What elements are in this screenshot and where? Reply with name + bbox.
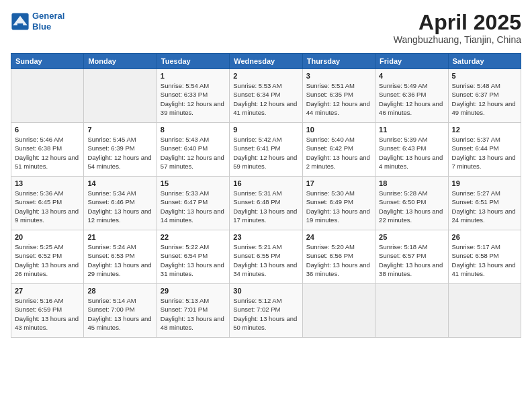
- day-info: Sunrise: 5:22 AM Sunset: 6:54 PM Dayligh…: [161, 242, 226, 278]
- calendar-cell: 16Sunrise: 5:31 AM Sunset: 6:48 PM Dayli…: [230, 177, 302, 230]
- header-row: Sunday Monday Tuesday Wednesday Thursday…: [11, 54, 521, 69]
- day-number: 18: [379, 179, 444, 187]
- day-info: Sunrise: 5:42 AM Sunset: 6:41 PM Dayligh…: [233, 135, 298, 171]
- header-friday: Friday: [375, 54, 448, 69]
- day-info: Sunrise: 5:48 AM Sunset: 6:37 PM Dayligh…: [452, 81, 517, 117]
- calendar-row-4: 27Sunrise: 5:16 AM Sunset: 6:59 PM Dayli…: [11, 284, 521, 338]
- day-info: Sunrise: 5:51 AM Sunset: 6:35 PM Dayligh…: [306, 81, 371, 117]
- day-number: 28: [87, 287, 152, 295]
- day-number: 3: [306, 72, 371, 80]
- calendar-cell: 29Sunrise: 5:13 AM Sunset: 7:01 PM Dayli…: [157, 284, 229, 338]
- calendar-header: Sunday Monday Tuesday Wednesday Thursday…: [11, 54, 521, 69]
- svg-rect-2: [17, 23, 23, 27]
- calendar-row-0: 1Sunrise: 5:54 AM Sunset: 6:33 PM Daylig…: [11, 69, 521, 123]
- day-info: Sunrise: 5:25 AM Sunset: 6:52 PM Dayligh…: [15, 242, 80, 278]
- day-info: Sunrise: 5:49 AM Sunset: 6:36 PM Dayligh…: [379, 81, 444, 117]
- calendar-cell: 10Sunrise: 5:40 AM Sunset: 6:42 PM Dayli…: [302, 123, 375, 177]
- day-number: 11: [379, 126, 444, 134]
- day-number: 23: [233, 233, 298, 241]
- day-info: Sunrise: 5:13 AM Sunset: 7:01 PM Dayligh…: [161, 296, 226, 332]
- day-number: 1: [161, 72, 226, 80]
- header-monday: Monday: [84, 54, 157, 69]
- calendar-cell: 15Sunrise: 5:33 AM Sunset: 6:47 PM Dayli…: [157, 177, 229, 230]
- day-number: 17: [306, 179, 371, 187]
- day-info: Sunrise: 5:31 AM Sunset: 6:48 PM Dayligh…: [233, 189, 298, 224]
- day-number: 29: [161, 287, 226, 295]
- day-info: Sunrise: 5:12 AM Sunset: 7:02 PM Dayligh…: [233, 296, 298, 332]
- calendar-cell: 5Sunrise: 5:48 AM Sunset: 6:37 PM Daylig…: [448, 69, 521, 123]
- day-info: Sunrise: 5:17 AM Sunset: 6:58 PM Dayligh…: [452, 242, 517, 278]
- day-number: 16: [233, 179, 298, 187]
- day-number: 12: [452, 126, 517, 134]
- calendar-cell: 24Sunrise: 5:20 AM Sunset: 6:56 PM Dayli…: [302, 230, 375, 284]
- day-number: 27: [15, 287, 80, 295]
- calendar-cell: 1Sunrise: 5:54 AM Sunset: 6:33 PM Daylig…: [157, 69, 229, 123]
- location: Wangbuzhuang, Tianjin, China: [394, 34, 521, 45]
- calendar-cell: [11, 69, 84, 123]
- logo-line2: Blue: [32, 21, 51, 32]
- calendar-cell: 11Sunrise: 5:39 AM Sunset: 6:43 PM Dayli…: [375, 123, 448, 177]
- calendar-cell: 12Sunrise: 5:37 AM Sunset: 6:44 PM Dayli…: [448, 123, 521, 177]
- day-number: 8: [161, 126, 226, 134]
- day-info: Sunrise: 5:21 AM Sunset: 6:55 PM Dayligh…: [233, 242, 298, 278]
- day-number: 13: [15, 179, 80, 187]
- calendar-cell: 19Sunrise: 5:27 AM Sunset: 6:51 PM Dayli…: [448, 177, 521, 230]
- logo-icon: [11, 12, 30, 31]
- day-number: 24: [306, 233, 371, 241]
- calendar-row-2: 13Sunrise: 5:36 AM Sunset: 6:45 PM Dayli…: [11, 177, 521, 230]
- day-number: 14: [87, 179, 152, 187]
- day-number: 10: [306, 126, 371, 134]
- logo-text: General Blue: [32, 11, 64, 32]
- day-info: Sunrise: 5:46 AM Sunset: 6:38 PM Dayligh…: [15, 135, 80, 171]
- header-thursday: Thursday: [302, 54, 375, 69]
- calendar-cell: [375, 284, 448, 338]
- calendar-cell: [84, 69, 157, 123]
- calendar-cell: 17Sunrise: 5:30 AM Sunset: 6:49 PM Dayli…: [302, 177, 375, 230]
- day-number: 22: [161, 233, 226, 241]
- day-info: Sunrise: 5:28 AM Sunset: 6:50 PM Dayligh…: [379, 189, 444, 224]
- calendar-row-1: 6Sunrise: 5:46 AM Sunset: 6:38 PM Daylig…: [11, 123, 521, 177]
- day-info: Sunrise: 5:39 AM Sunset: 6:43 PM Dayligh…: [379, 135, 444, 171]
- day-number: 2: [233, 72, 298, 80]
- calendar-cell: 3Sunrise: 5:51 AM Sunset: 6:35 PM Daylig…: [302, 69, 375, 123]
- day-info: Sunrise: 5:18 AM Sunset: 6:57 PM Dayligh…: [379, 242, 444, 278]
- day-info: Sunrise: 5:40 AM Sunset: 6:42 PM Dayligh…: [306, 135, 371, 171]
- month-title: April 2025: [394, 11, 521, 34]
- calendar-cell: [448, 284, 521, 338]
- calendar-cell: 4Sunrise: 5:49 AM Sunset: 6:36 PM Daylig…: [375, 69, 448, 123]
- calendar-cell: 23Sunrise: 5:21 AM Sunset: 6:55 PM Dayli…: [230, 230, 302, 284]
- page-header: General Blue April 2025 Wangbuzhuang, Ti…: [11, 11, 521, 45]
- day-number: 30: [233, 287, 298, 295]
- calendar-cell: 14Sunrise: 5:34 AM Sunset: 6:46 PM Dayli…: [84, 177, 157, 230]
- day-info: Sunrise: 5:54 AM Sunset: 6:33 PM Dayligh…: [161, 81, 226, 117]
- day-number: 15: [161, 179, 226, 187]
- day-number: 25: [379, 233, 444, 241]
- day-number: 20: [15, 233, 80, 241]
- calendar-cell: 26Sunrise: 5:17 AM Sunset: 6:58 PM Dayli…: [448, 230, 521, 284]
- day-number: 21: [87, 233, 152, 241]
- day-info: Sunrise: 5:30 AM Sunset: 6:49 PM Dayligh…: [306, 189, 371, 224]
- logo-line1: General: [32, 11, 64, 21]
- day-number: 26: [452, 233, 517, 241]
- day-info: Sunrise: 5:24 AM Sunset: 6:53 PM Dayligh…: [87, 242, 152, 278]
- calendar-cell: 22Sunrise: 5:22 AM Sunset: 6:54 PM Dayli…: [157, 230, 229, 284]
- calendar-cell: [302, 284, 375, 338]
- day-info: Sunrise: 5:16 AM Sunset: 6:59 PM Dayligh…: [15, 296, 80, 332]
- calendar-cell: 6Sunrise: 5:46 AM Sunset: 6:38 PM Daylig…: [11, 123, 84, 177]
- calendar-cell: 25Sunrise: 5:18 AM Sunset: 6:57 PM Dayli…: [375, 230, 448, 284]
- header-sunday: Sunday: [11, 54, 84, 69]
- calendar-cell: 18Sunrise: 5:28 AM Sunset: 6:50 PM Dayli…: [375, 177, 448, 230]
- calendar-cell: 2Sunrise: 5:53 AM Sunset: 6:34 PM Daylig…: [230, 69, 302, 123]
- day-info: Sunrise: 5:53 AM Sunset: 6:34 PM Dayligh…: [233, 81, 298, 117]
- day-info: Sunrise: 5:36 AM Sunset: 6:45 PM Dayligh…: [15, 189, 80, 224]
- calendar-cell: 28Sunrise: 5:14 AM Sunset: 7:00 PM Dayli…: [84, 284, 157, 338]
- day-info: Sunrise: 5:20 AM Sunset: 6:56 PM Dayligh…: [306, 242, 371, 278]
- day-info: Sunrise: 5:45 AM Sunset: 6:39 PM Dayligh…: [87, 135, 152, 171]
- day-info: Sunrise: 5:37 AM Sunset: 6:44 PM Dayligh…: [452, 135, 517, 171]
- day-number: 6: [15, 126, 80, 134]
- logo: General Blue: [11, 11, 64, 32]
- day-info: Sunrise: 5:34 AM Sunset: 6:46 PM Dayligh…: [87, 189, 152, 224]
- calendar-cell: 9Sunrise: 5:42 AM Sunset: 6:41 PM Daylig…: [230, 123, 302, 177]
- title-block: April 2025 Wangbuzhuang, Tianjin, China: [394, 11, 521, 45]
- header-wednesday: Wednesday: [230, 54, 302, 69]
